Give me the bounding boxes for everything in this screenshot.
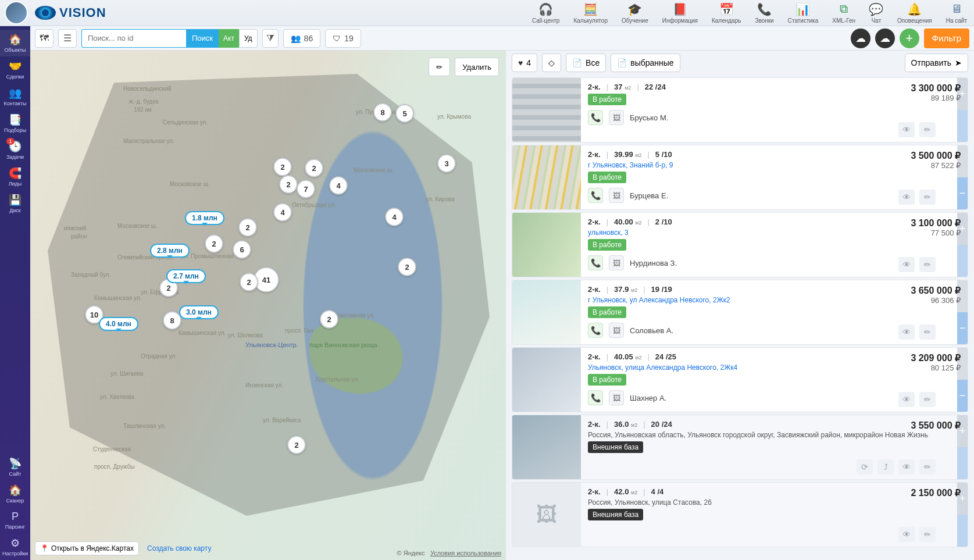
sidebar-item-tasks[interactable]: 1 🕒 Задачи — [0, 137, 30, 163]
map-cluster[interactable]: 8 — [163, 311, 181, 330]
map-cluster[interactable]: 7 — [297, 180, 315, 198]
strip-minus[interactable] — [957, 515, 968, 547]
phone-icon[interactable]: 📞 — [588, 323, 603, 338]
map-cluster[interactable]: 2 — [205, 234, 223, 253]
list-view-icon[interactable]: ☰ — [58, 29, 77, 48]
top-icon-1[interactable]: 🧮 Калькулятор — [571, 1, 610, 25]
map-delete-button[interactable]: Удалить — [455, 58, 499, 76]
picture-icon[interactable]: 🖼 — [609, 255, 624, 270]
map-cluster[interactable]: 2 — [398, 258, 416, 276]
listing-address[interactable]: Ульяновск, улица Александра Невского, 2Ж… — [588, 363, 950, 372]
map-cluster[interactable]: 8 — [373, 103, 392, 122]
listing-row[interactable]: 2-к.| 37 м2| 22 /24 В работе 📞 🖼 Брусько… — [512, 77, 968, 142]
sidebar-item-scanner[interactable]: 🏠 Сканер — [0, 480, 30, 507]
map-view-icon[interactable]: 🗺 — [35, 29, 53, 48]
listing-address[interactable]: Россия, Ульяновск, улица Стасова, 26 — [588, 498, 950, 507]
search-button[interactable]: Поиск — [186, 29, 219, 48]
sidebar-item-selections[interactable]: 📑 Подборы — [0, 110, 30, 137]
top-icon-4[interactable]: 📅 Календарь — [709, 1, 743, 25]
phone-icon[interactable]: 📞 — [588, 110, 603, 125]
add-button[interactable]: + — [900, 28, 919, 48]
send-button[interactable]: Отправить ➤ — [905, 53, 968, 72]
listing-thumbnail[interactable] — [512, 213, 581, 277]
sidebar-item-objects[interactable]: 🏠 Объекты — [0, 30, 30, 56]
strip-minus[interactable] — [957, 447, 968, 479]
eye-icon[interactable]: 👁 — [898, 527, 915, 542]
listing-row[interactable]: 2-к.| 36.0 м2| 20 /24 Россия, Ульяновска… — [512, 415, 968, 480]
listing-thumbnail[interactable] — [512, 145, 581, 209]
map-cluster[interactable]: 5 — [395, 104, 414, 123]
people-count-chip[interactable]: 👥 86 — [283, 29, 321, 48]
sidebar-item-disk[interactable]: 💾 Диск — [0, 190, 30, 217]
map-cluster[interactable]: 2 — [238, 218, 257, 237]
ud-button[interactable]: Уд — [239, 29, 258, 48]
picture-icon[interactable]: 🖼 — [609, 110, 624, 125]
shield-count-chip[interactable]: 🛡 19 — [325, 29, 361, 48]
map-cluster[interactable]: 4 — [273, 203, 292, 222]
listing-row[interactable]: 2-к.| 39.99 м2| 5 /10 г Ульяновск, Знани… — [512, 145, 968, 210]
listing-thumbnail[interactable] — [512, 415, 581, 479]
strip-minus[interactable] — [957, 110, 968, 142]
picture-icon[interactable]: 🖼 — [609, 390, 624, 405]
act-button[interactable]: Акт — [219, 29, 239, 48]
open-yandex-maps[interactable]: 📍 Открыть в Яндекс.Картах — [35, 541, 139, 555]
edit-icon[interactable]: ✏ — [919, 190, 936, 205]
picture-icon[interactable]: 🖼 — [609, 188, 624, 203]
map-price-pin[interactable]: 2.8 млн — [150, 244, 190, 258]
listing-address[interactable]: ульяновск, 3 — [588, 229, 950, 237]
listing-thumbnail[interactable] — [512, 78, 581, 142]
edit-icon[interactable]: ✏ — [919, 459, 936, 475]
filter-button[interactable]: Фильтр — [924, 28, 969, 48]
top-icon-3[interactable]: 📕 Информация — [660, 1, 700, 25]
selected-button[interactable]: 📄 выбранные — [611, 53, 680, 72]
cloud-upload-icon[interactable]: ☁ — [851, 28, 870, 48]
strip-minus[interactable] — [957, 245, 968, 277]
strip-minus[interactable]: − — [957, 380, 968, 412]
listing-address[interactable]: Россия, Ульяновская область, Ульяновск г… — [588, 431, 950, 439]
top-icon-8[interactable]: 💬 Чат — [867, 1, 886, 25]
favorites-chip[interactable]: ♥ 4 — [512, 53, 537, 72]
create-own-map[interactable]: Создать свою карту — [147, 544, 211, 552]
listing-thumbnail[interactable]: 🖼 — [512, 483, 581, 547]
funnel-icon[interactable]: ⧩ — [262, 29, 279, 48]
map-cluster[interactable]: 2 — [287, 436, 306, 454]
strip-minus[interactable]: − — [957, 312, 968, 344]
map-cluster[interactable]: 2 — [240, 273, 258, 291]
map-price-pin[interactable]: 1.8 млн — [185, 211, 224, 225]
strip-minus[interactable]: − — [957, 177, 968, 209]
map-price-pin[interactable]: 2.7 млн — [166, 269, 206, 283]
listing-row[interactable]: 2-к.| 40.00 м2| 2 /10 ульяновск, 3 В раб… — [512, 212, 968, 277]
listing-row[interactable]: 2-к.| 37.9 м2| 19 /19 г Ульяновск, ул Ал… — [512, 280, 968, 345]
top-icon-9[interactable]: 🔔 Оповещения — [895, 1, 934, 25]
eye-icon[interactable]: 👁 — [898, 459, 915, 475]
eye-icon[interactable]: 👁 — [898, 122, 915, 137]
map-cluster[interactable]: 3 — [437, 154, 456, 173]
edit-icon[interactable]: ✏ — [919, 257, 936, 272]
map-cluster[interactable]: 4 — [385, 208, 404, 226]
edit-icon[interactable]: ✏ — [919, 122, 936, 137]
phone-icon[interactable]: 📞 — [588, 390, 603, 405]
cloud-download-icon[interactable]: ☁ — [875, 28, 895, 48]
map-price-pin[interactable]: 4.0 млн — [99, 317, 138, 331]
top-icon-2[interactable]: 🎓 Обучение — [619, 1, 651, 25]
route-icon[interactable]: ⤴ — [877, 459, 894, 475]
eye-icon[interactable]: 👁 — [898, 257, 915, 272]
edit-icon[interactable]: ✏ — [919, 324, 936, 340]
sidebar-item-contacts[interactable]: 👥 Контакты — [0, 83, 30, 110]
top-icon-0[interactable]: 🎧 Call-центр — [530, 1, 562, 25]
sidebar-item-site[interactable]: 📡 Сайт — [0, 454, 30, 480]
map-cluster[interactable]: 2 — [273, 158, 292, 176]
map-cluster[interactable]: 6 — [233, 240, 251, 259]
listing-row[interactable]: 🖼 2-к.| 42.0 м2| 4 /4 Россия, Ульяновск,… — [512, 482, 968, 547]
top-icon-7[interactable]: ⧉ XML-Ген — [830, 1, 858, 25]
sidebar-item-settings[interactable]: ⚙ Настройки — [0, 533, 30, 560]
edit-icon[interactable]: ✏ — [919, 392, 936, 407]
map-cluster[interactable]: 2 — [279, 175, 298, 194]
user-avatar[interactable] — [5, 1, 28, 24]
attr-terms[interactable]: Условия использования — [430, 550, 501, 557]
phone-icon[interactable]: 📞 — [588, 255, 603, 270]
search-input[interactable] — [81, 29, 186, 48]
logo[interactable]: VISION — [35, 5, 106, 20]
map-pane[interactable]: Новосельдинскийж.-д. будка192 кмСельдинс… — [30, 51, 506, 560]
eye-icon[interactable]: 👁 — [898, 392, 915, 407]
